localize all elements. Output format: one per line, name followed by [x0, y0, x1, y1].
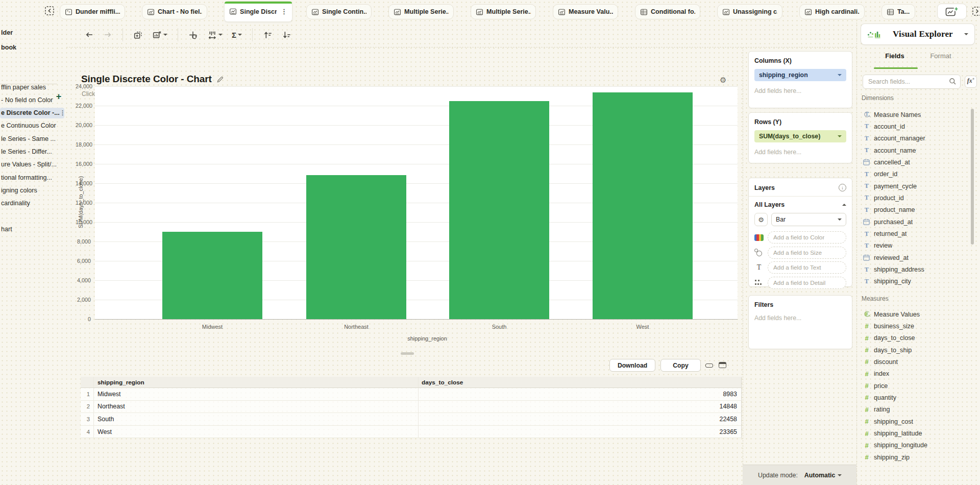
chart-settings-button[interactable]: ⚙ [720, 76, 726, 85]
all-layers-toggle[interactable]: All Layers [754, 201, 846, 208]
sidebar-item-le-series-same[interactable]: le Series - Same ... [0, 134, 64, 144]
measure-discount[interactable]: #discount [863, 356, 971, 367]
sidebar-item-no-field-on-color[interactable]: - No field on Color [0, 95, 64, 106]
dimension-order-id[interactable]: Torder_id [863, 169, 971, 180]
measure-business-size[interactable]: #business_size [863, 321, 971, 331]
bar-south[interactable] [449, 101, 549, 319]
new-chart-button[interactable] [937, 4, 967, 19]
tab-menu-icon[interactable]: ⋮ [60, 108, 64, 118]
tab-high-cardinali[interactable]: High cardinali... [799, 4, 865, 19]
sidebar-item-cardinality[interactable]: cardinality [0, 198, 64, 209]
columns-x-pill[interactable]: shipping_region [754, 69, 846, 81]
dimension-measure-names[interactable]: TMeasure Names [863, 109, 971, 120]
add-field-to-color[interactable]: Add a field to Color [768, 231, 846, 244]
dimension-review[interactable]: Treview [863, 240, 971, 251]
measure-price[interactable]: #price [863, 380, 971, 391]
dimension-reviewed-at[interactable]: reviewed_at [863, 252, 971, 263]
dimension-shipping-city[interactable]: Tshipping_city [863, 276, 971, 287]
tab-measure-valu[interactable]: Measure Valu... [553, 4, 618, 19]
chart-resize-handle[interactable] [401, 352, 414, 355]
measure-shipping-latitude[interactable]: #shipping_latitude [863, 428, 971, 439]
measure-days-to-close[interactable]: #days_to_close [863, 333, 971, 344]
layer-settings-button[interactable]: ⚙ [754, 213, 768, 226]
sidebar-item-igning-colors[interactable]: igning colors [0, 185, 64, 196]
chart-title[interactable]: Single Discrete Color - Chart [81, 74, 212, 85]
dimension-product-id[interactable]: Tproduct_id [863, 192, 971, 203]
sidebar-item-ure-values-split[interactable]: ure Values - Split/... [0, 159, 64, 170]
dimension-purchased-at[interactable]: purchased_at [863, 216, 971, 227]
forward-button[interactable] [100, 28, 115, 42]
bar-west[interactable] [593, 92, 693, 319]
add-formula-field-button[interactable]: fx+ [965, 76, 977, 88]
columns-x-dropzone[interactable]: Add fields here... [754, 87, 846, 94]
sidebar-item-fflin-paper-sales[interactable]: fflin paper sales [0, 82, 64, 93]
dimension-payment-cycle[interactable]: Tpayment_cycle [863, 181, 971, 191]
sidebar-item-book[interactable]: book [1, 43, 16, 52]
tab-fields[interactable]: Fields [877, 52, 913, 60]
sidebar-item-tional-formatting[interactable]: tional formatting... [0, 173, 64, 183]
measure-shipping-longitude[interactable]: #shipping_longitude [863, 440, 971, 451]
tab-conditional-fo[interactable]: Conditional fo... [635, 4, 700, 19]
duplicate-cell-button[interactable] [130, 28, 146, 42]
tab-dunder-miffli[interactable]: *Dunder miffli... [60, 4, 125, 19]
measure-days-to-ship[interactable]: #days_to_ship [863, 345, 971, 355]
tab-ta[interactable]: Ta... [881, 4, 915, 19]
rows-y-pill[interactable]: SUM(days_to_close) [754, 130, 846, 142]
tab-unassigning-c[interactable]: Unassigning c... [717, 4, 782, 19]
dimension-returned-at[interactable]: Treturned_at [863, 229, 971, 239]
measure-measure-values[interactable]: #Measure Values [863, 309, 971, 320]
measure-index[interactable]: #index [863, 369, 971, 379]
delete-cell-button[interactable] [149, 28, 170, 42]
sidebar-item-lder[interactable]: lder [1, 28, 13, 37]
dimension-product-name[interactable]: Tproduct_name [863, 205, 971, 215]
search-fields-input[interactable] [863, 75, 961, 89]
sidebar-item-hart[interactable]: hart [0, 224, 64, 235]
dimension-shipping-address[interactable]: Tshipping_address [863, 264, 971, 275]
field-name: price [874, 382, 888, 390]
measure-quantity[interactable]: #quantity [863, 392, 971, 403]
measure-shipping-zip[interactable]: #shipping_zip [863, 452, 971, 463]
info-icon[interactable]: i [839, 184, 846, 191]
dimension-cancelled-at[interactable]: cancelled_at [863, 157, 971, 167]
add-field-to-text[interactable]: Add a field to Text [768, 261, 846, 274]
measure-rating[interactable]: #rating [863, 404, 971, 415]
bar-northeast[interactable] [306, 175, 406, 319]
download-button[interactable]: Download [609, 359, 655, 372]
sort-ascending-button[interactable] [260, 28, 276, 42]
aggregate-button[interactable]: Σ [229, 28, 245, 42]
measure-shipping-cost[interactable]: #shipping_cost [863, 416, 971, 427]
update-mode-select[interactable]: Automatic [801, 471, 845, 479]
dimension-account-name[interactable]: Taccount_name [863, 145, 971, 156]
fields-scrollbar[interactable] [971, 109, 974, 245]
sort-descending-button[interactable] [279, 28, 295, 42]
maximize-results-icon[interactable] [719, 362, 726, 368]
dimension-account-manager[interactable]: Taccount_manager [863, 133, 971, 144]
copy-button[interactable]: Copy [660, 359, 701, 372]
tab-chart-no-fiel[interactable]: Chart - No fiel... [142, 4, 207, 19]
sidebar-item-e-continuous-color[interactable]: e Continuous Color [0, 120, 64, 131]
collapse-tabs-button[interactable] [42, 4, 57, 18]
bar-width-button[interactable] [204, 28, 226, 42]
add-field-to-size[interactable]: Add a field to Size [768, 247, 846, 259]
tab-multiple-serie[interactable]: Multiple Serie... [388, 4, 454, 19]
back-button[interactable] [82, 28, 97, 42]
tab-single-contin[interactable]: Single Contin... [306, 4, 372, 19]
sidebar-item-e-discrete-color[interactable]: e Discrete Color -...⋮ [0, 108, 64, 118]
swap-axes-button[interactable] [185, 28, 201, 42]
dimension-account-id[interactable]: Taccount_id [863, 121, 971, 132]
add-field-to-detail[interactable]: Add a field to Detail [768, 277, 846, 289]
tab-multiple-serie[interactable]: Multiple Serie... [471, 4, 536, 19]
text-field-icon: T [863, 277, 871, 285]
minimize-results-icon[interactable] [705, 363, 713, 368]
filters-dropzone[interactable]: Add fields here... [754, 314, 846, 322]
tab-format[interactable]: Format [923, 52, 959, 60]
expand-panel-button[interactable] [971, 5, 980, 18]
visual-explorer-header[interactable]: Visual Explorer [861, 23, 975, 45]
mark-type-select[interactable]: Bar [771, 213, 846, 226]
tab-single-discret[interactable]: Single Discret...⋮ [224, 1, 292, 22]
tab-menu-icon[interactable]: ⋮ [280, 8, 287, 15]
bar-midwest[interactable] [162, 232, 262, 319]
rows-y-dropzone[interactable]: Add fields here... [754, 149, 846, 156]
edit-title-icon[interactable] [216, 76, 224, 83]
sidebar-item-le-series-differ[interactable]: le Series - Differ... [0, 147, 64, 157]
